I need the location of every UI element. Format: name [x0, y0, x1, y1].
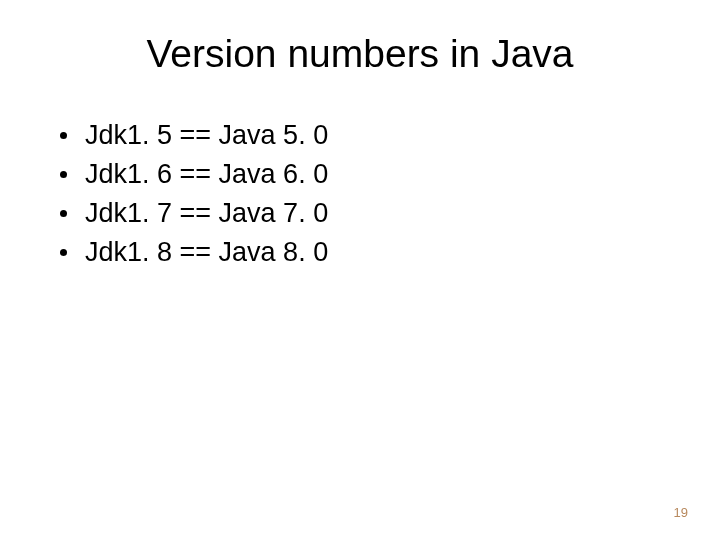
bullet-text: Jdk1. 5 == Java 5. 0 — [85, 116, 670, 155]
bullet-icon — [60, 210, 67, 217]
list-item: Jdk1. 8 == Java 8. 0 — [60, 233, 670, 272]
bullet-text: Jdk1. 7 == Java 7. 0 — [85, 194, 670, 233]
slide-container: Version numbers in Java Jdk1. 5 == Java … — [0, 0, 720, 540]
bullet-text: Jdk1. 8 == Java 8. 0 — [85, 233, 670, 272]
slide-title: Version numbers in Java — [50, 32, 670, 76]
page-number: 19 — [674, 505, 688, 520]
list-item: Jdk1. 6 == Java 6. 0 — [60, 155, 670, 194]
bullet-text: Jdk1. 6 == Java 6. 0 — [85, 155, 670, 194]
list-item: Jdk1. 7 == Java 7. 0 — [60, 194, 670, 233]
bullet-icon — [60, 171, 67, 178]
bullet-list: Jdk1. 5 == Java 5. 0 Jdk1. 6 == Java 6. … — [50, 116, 670, 273]
list-item: Jdk1. 5 == Java 5. 0 — [60, 116, 670, 155]
bullet-icon — [60, 132, 67, 139]
bullet-icon — [60, 249, 67, 256]
slide-content: Jdk1. 5 == Java 5. 0 Jdk1. 6 == Java 6. … — [50, 116, 670, 500]
